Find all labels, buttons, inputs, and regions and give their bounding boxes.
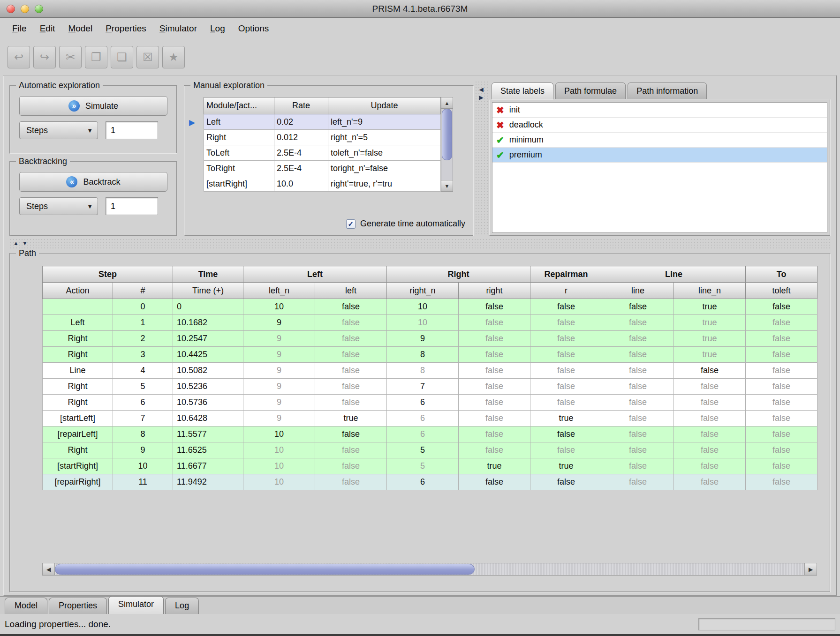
- path-step-row[interactable]: Right510.52369false7falsefalsefalsefalse…: [43, 379, 817, 395]
- delete-button[interactable]: ☒: [136, 46, 159, 68]
- path-value-cell: 10: [243, 299, 315, 315]
- path-col-header[interactable]: line: [602, 283, 674, 299]
- scrollbar-thumb[interactable]: [55, 564, 475, 575]
- tab-path-formulae[interactable]: Path formulae: [555, 82, 626, 99]
- path-step-cell: 0: [113, 299, 173, 315]
- paste-button[interactable]: ❏: [111, 46, 133, 68]
- manual-transition-row[interactable]: ToRight2.5E-4toright_n'=false: [204, 161, 441, 176]
- path-step-row[interactable]: [startLeft]710.64289true6falsetruefalsef…: [43, 411, 817, 426]
- path-value-cell: 9: [243, 315, 315, 331]
- menu-properties[interactable]: Properties: [99, 21, 153, 37]
- path-col-header[interactable]: toleft: [746, 283, 817, 299]
- cut-button[interactable]: ✂: [59, 46, 82, 68]
- manual-col-header[interactable]: Rate: [274, 97, 328, 114]
- path-step-row[interactable]: Right610.57369false6falsefalsefalsefalse…: [43, 395, 817, 411]
- backtrack-steps-input[interactable]: [106, 197, 158, 215]
- manual-cell: ToRight: [204, 161, 274, 176]
- path-col-header[interactable]: line_n: [674, 283, 746, 299]
- scroll-right-button[interactable]: ▶: [804, 563, 817, 575]
- path-value-cell: false: [315, 347, 387, 363]
- minimize-window-button[interactable]: [21, 5, 29, 13]
- backtracking-title: Backtracking: [16, 157, 70, 166]
- path-col-header[interactable]: right_n: [387, 283, 459, 299]
- manual-table-scrollbar[interactable]: ▲ ▼: [441, 97, 453, 192]
- manual-transition-row[interactable]: ToLeft2.5E-4toleft_n'=false: [204, 145, 441, 161]
- path-step-row[interactable]: Left110.16829false10falsefalsefalsetruef…: [43, 315, 817, 331]
- scroll-down-button[interactable]: ▼: [441, 180, 453, 191]
- splitter-left-icon[interactable]: ◀: [479, 86, 483, 93]
- path-time-cell: 11.6677: [173, 458, 243, 474]
- main-tab-model[interactable]: Model: [5, 598, 47, 614]
- manual-col-header[interactable]: Module/[act...: [204, 97, 274, 114]
- scroll-up-button[interactable]: ▲: [441, 97, 453, 109]
- menu-simulator[interactable]: Simulator: [153, 21, 204, 37]
- scrollbar-thumb[interactable]: [442, 109, 452, 160]
- simulate-button[interactable]: » Simulate: [19, 96, 167, 116]
- menu-options[interactable]: Options: [232, 21, 275, 37]
- simulate-steps-dropdown[interactable]: Steps ▼: [19, 121, 98, 139]
- path-action-cell: [repairLeft]: [43, 426, 113, 442]
- tab-path-information[interactable]: Path information: [628, 82, 707, 99]
- scrollbar-track[interactable]: [55, 563, 804, 575]
- generate-time-checkbox[interactable]: ✓: [346, 219, 356, 229]
- path-col-header[interactable]: #: [113, 283, 173, 299]
- horizontal-splitter[interactable]: ▲ ▼: [9, 238, 831, 248]
- path-col-header[interactable]: Time (+): [173, 283, 243, 299]
- main-tab-log[interactable]: Log: [165, 598, 199, 614]
- state-label-premium[interactable]: ✔premium: [492, 148, 827, 163]
- star-button[interactable]: ★: [162, 46, 185, 68]
- zoom-window-button[interactable]: [35, 5, 43, 13]
- undo-arrow-button[interactable]: ↩: [8, 46, 30, 68]
- path-action-cell: [startRight]: [43, 458, 113, 474]
- path-col-header[interactable]: left_n: [243, 283, 315, 299]
- close-window-button[interactable]: [7, 5, 15, 13]
- path-group-header: Time: [173, 266, 243, 283]
- path-time-cell: 10.1682: [173, 315, 243, 331]
- main-tab-simulator[interactable]: Simulator: [108, 596, 164, 614]
- state-label-deadlock[interactable]: ✖deadlock: [492, 118, 827, 133]
- path-value-cell: false: [674, 458, 746, 474]
- splitter-up-icon[interactable]: ▲: [13, 240, 19, 247]
- path-value-cell: false: [530, 395, 602, 411]
- path-step-row[interactable]: Right911.652510false5falsefalsefalsefals…: [43, 442, 817, 458]
- path-col-header[interactable]: right: [459, 283, 530, 299]
- path-step-row[interactable]: Right310.44259false8falsefalsefalsetruef…: [43, 347, 817, 363]
- redo-arrow-icon: ↪: [40, 51, 49, 64]
- menu-file[interactable]: File: [6, 21, 33, 37]
- path-action-cell: [repairRight]: [43, 474, 113, 490]
- menu-edit[interactable]: Edit: [33, 21, 62, 37]
- redo-arrow-button[interactable]: ↪: [33, 46, 56, 68]
- path-col-header[interactable]: left: [315, 283, 387, 299]
- splitter-down-icon[interactable]: ▼: [22, 240, 28, 247]
- path-value-cell: false: [530, 315, 602, 331]
- path-step-row[interactable]: Line410.50829false8falsefalsefalsefalsef…: [43, 363, 817, 379]
- path-step-row[interactable]: Right210.25479false9falsefalsefalsetruef…: [43, 331, 817, 347]
- simulate-steps-input[interactable]: [106, 121, 158, 139]
- path-step-row[interactable]: [repairRight]1111.949210false6falsefalse…: [43, 474, 817, 490]
- state-label-init[interactable]: ✖init: [492, 103, 827, 118]
- tab-state-labels[interactable]: State labels: [492, 82, 553, 99]
- scroll-left-button[interactable]: ◀: [43, 563, 55, 575]
- backtrack-steps-dropdown[interactable]: Steps ▼: [19, 197, 98, 215]
- splitter-right-icon[interactable]: ▶: [479, 94, 483, 101]
- menu-model[interactable]: Model: [61, 21, 99, 37]
- path-col-header[interactable]: Action: [43, 283, 113, 299]
- menu-log[interactable]: Log: [204, 21, 232, 37]
- path-step-row[interactable]: 0010false10falsefalsefalsetruefalse: [43, 299, 817, 315]
- backtrack-button[interactable]: « Backtrack: [19, 172, 167, 192]
- path-value-cell: false: [315, 442, 387, 458]
- path-table-scrollbar[interactable]: ◀ ▶: [42, 563, 817, 576]
- manual-transition-row[interactable]: Left0.02left_n'=9: [204, 114, 441, 130]
- vertical-splitter[interactable]: ◀ ▶: [475, 81, 488, 236]
- manual-col-header[interactable]: Update: [328, 97, 441, 114]
- path-col-header[interactable]: r: [530, 283, 602, 299]
- manual-transition-row[interactable]: Right0.012right_n'=5: [204, 130, 441, 145]
- path-step-row[interactable]: [repairLeft]811.557710false6falsefalsefa…: [43, 426, 817, 442]
- path-step-row[interactable]: [startRight]1011.667710false5truetruefal…: [43, 458, 817, 474]
- manual-transition-row[interactable]: [startRight]10.0right'=true, r'=tru: [204, 176, 441, 192]
- copy-button[interactable]: ❐: [85, 46, 107, 68]
- state-label-minimum[interactable]: ✔minimum: [492, 133, 827, 148]
- scrollbar-track[interactable]: [441, 109, 453, 180]
- main-tab-properties[interactable]: Properties: [49, 598, 107, 614]
- path-value-cell: false: [602, 299, 674, 315]
